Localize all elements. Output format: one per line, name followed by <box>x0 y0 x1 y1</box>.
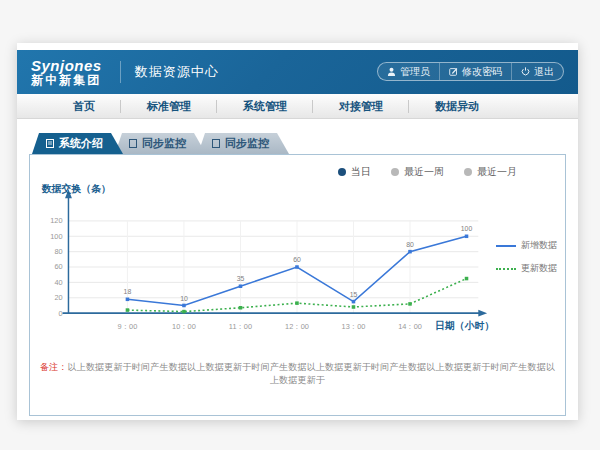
svg-text:60: 60 <box>293 256 301 263</box>
legend-label: 新增数据 <box>521 239 557 252</box>
footnote-text: 以上数据更新于时间产生数据以上数据更新于时间产生数据以上数据更新于时间产生数据以… <box>68 362 556 385</box>
svg-text:0: 0 <box>58 309 62 318</box>
legend-label: 更新数据 <box>521 262 557 275</box>
tab-label: 同步监控 <box>142 136 186 151</box>
logo-chinese: 新中新集团 <box>31 74 102 87</box>
nav-item-home[interactable]: 首页 <box>47 94 121 119</box>
svg-text:100: 100 <box>50 232 62 241</box>
svg-text:35: 35 <box>237 275 245 282</box>
edit-icon <box>449 67 458 76</box>
power-icon <box>521 67 530 76</box>
document-icon <box>212 139 220 148</box>
svg-text:12：00: 12：00 <box>285 322 309 331</box>
tab-bar: 系统介绍 同步监控 同步监控 <box>32 133 566 154</box>
filter-last-week-label: 最近一周 <box>404 165 444 179</box>
time-range-filter: 当日 最近一周 最近一月 <box>38 165 557 179</box>
user-menu-admin-label: 管理员 <box>400 65 430 79</box>
footnote-prefix: 备注： <box>40 362 68 372</box>
svg-text:20: 20 <box>54 293 62 302</box>
main-nav: 首页 标准管理 系统管理 对接管理 数据异动 <box>17 94 578 119</box>
svg-text:15: 15 <box>350 291 358 298</box>
legend-new-data[interactable]: 新增数据 <box>496 239 557 252</box>
user-icon <box>387 67 396 76</box>
user-menu: 管理员 修改密码 退出 <box>377 62 564 81</box>
tab-label: 系统介绍 <box>59 136 103 151</box>
svg-text:120: 120 <box>50 216 62 225</box>
app-window: Synjones 新中新集团 数据资源中心 管理员 修改密码 <box>17 43 578 420</box>
filter-last-month[interactable]: 最近一月 <box>464 165 517 179</box>
legend-updated-data[interactable]: 更新数据 <box>496 262 557 275</box>
svg-text:100: 100 <box>461 225 473 232</box>
svg-text:9：00: 9：00 <box>118 322 138 331</box>
svg-text:数据交换（条）: 数据交换（条） <box>41 183 111 194</box>
chart-legend: 新增数据 更新数据 <box>496 239 557 347</box>
nav-item-data-change[interactable]: 数据异动 <box>409 94 505 119</box>
nav-item-standards[interactable]: 标准管理 <box>121 94 217 119</box>
tab-sync-monitor-2[interactable]: 同步监控 <box>198 133 289 154</box>
legend-line-sample <box>496 245 516 247</box>
filter-last-week[interactable]: 最近一周 <box>391 165 444 179</box>
logo-english: Synjones <box>31 58 102 74</box>
nav-item-system[interactable]: 系统管理 <box>217 94 313 119</box>
content-area: 系统介绍 同步监控 同步监控 当日 <box>17 119 578 416</box>
svg-text:80: 80 <box>54 247 62 256</box>
footnote: 备注：以上数据更新于时间产生数据以上数据更新于时间产生数据以上数据更新于时间产生… <box>38 361 557 387</box>
app-header: Synjones 新中新集团 数据资源中心 管理员 修改密码 <box>17 50 578 94</box>
company-logo: Synjones 新中新集团 <box>29 56 108 88</box>
svg-text:14：00: 14：00 <box>398 322 422 331</box>
svg-text:10：00: 10：00 <box>172 322 196 331</box>
tab-label: 同步监控 <box>225 136 269 151</box>
svg-text:10: 10 <box>180 295 188 302</box>
tab-sync-monitor-1[interactable]: 同步监控 <box>115 133 206 154</box>
svg-text:11：00: 11：00 <box>229 322 252 331</box>
svg-text:80: 80 <box>406 241 414 248</box>
line-chart: 0204060801001209：0010：0011：0012：0013：001… <box>38 181 496 347</box>
change-password-button[interactable]: 修改密码 <box>439 63 511 80</box>
logout-label: 退出 <box>534 65 554 79</box>
chart-area: 0204060801001209：0010：0011：0012：0013：001… <box>38 181 557 347</box>
page-title: 数据资源中心 <box>120 61 219 83</box>
radio-dot <box>391 168 399 176</box>
change-password-label: 修改密码 <box>462 65 502 79</box>
legend-line-sample <box>496 268 516 270</box>
svg-text:18: 18 <box>124 288 132 295</box>
radio-dot <box>464 168 472 176</box>
logout-button[interactable]: 退出 <box>511 63 563 80</box>
tab-system-intro[interactable]: 系统介绍 <box>32 133 123 154</box>
chart-panel: 当日 最近一周 最近一月 0204060801001209：0010：0011：… <box>29 154 566 416</box>
filter-last-month-label: 最近一月 <box>477 165 517 179</box>
document-icon <box>129 139 137 148</box>
svg-text:60: 60 <box>54 262 62 271</box>
svg-text:日期（小时）: 日期（小时） <box>435 320 494 331</box>
svg-text:13：00: 13：00 <box>342 322 366 331</box>
svg-text:40: 40 <box>54 278 62 287</box>
document-icon <box>46 139 54 148</box>
filter-today[interactable]: 当日 <box>338 165 371 179</box>
user-menu-admin[interactable]: 管理员 <box>378 63 439 80</box>
radio-dot <box>338 168 346 176</box>
filter-today-label: 当日 <box>351 165 371 179</box>
nav-item-integration[interactable]: 对接管理 <box>313 94 409 119</box>
